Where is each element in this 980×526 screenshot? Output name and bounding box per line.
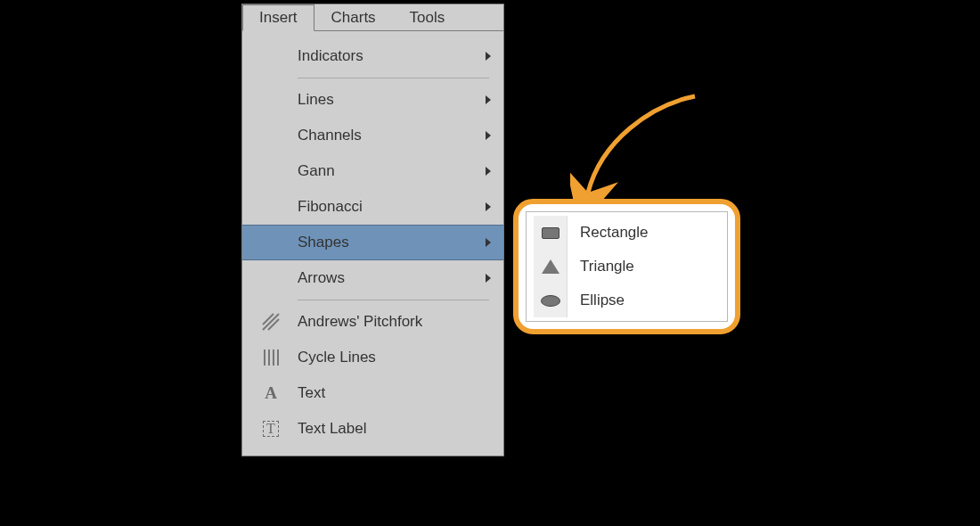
chevron-right-icon <box>486 202 491 211</box>
chevron-right-icon <box>486 274 491 283</box>
tab-label: Tools <box>410 9 445 26</box>
menu-item-arrows[interactable]: Arrows <box>242 260 503 296</box>
menu-item-label: Fibonacci <box>298 198 486 216</box>
chevron-right-icon <box>486 52 491 61</box>
menu-item-label: Arrows <box>298 269 486 287</box>
submenu-item-ellipse[interactable]: Ellipse <box>528 284 725 317</box>
menu-item-text-label[interactable]: T Text Label <box>242 411 503 447</box>
text-icon: A <box>257 383 285 403</box>
menu-item-andrews-pitchfork[interactable]: Andrews' Pitchfork <box>242 304 503 340</box>
submenu-item-label: Rectangle <box>568 224 649 242</box>
menu-item-label: Gann <box>298 162 486 180</box>
shapes-submenu: Rectangle Triangle Ellipse <box>526 211 728 322</box>
tab-label: Insert <box>259 9 298 26</box>
menu-item-cycle-lines[interactable]: Cycle Lines <box>242 340 503 375</box>
menu-item-label: Indicators <box>298 47 486 65</box>
menu-item-label: Cycle Lines <box>298 349 491 366</box>
text-label-icon: T <box>257 421 285 437</box>
menu-item-label: Channels <box>298 127 486 144</box>
menu-item-label: Text Label <box>298 420 491 438</box>
menu-item-text[interactable]: A Text <box>242 375 503 411</box>
chevron-right-icon <box>486 238 491 247</box>
submenu-item-rectangle[interactable]: Rectangle <box>528 216 725 250</box>
menu-item-shapes[interactable]: Shapes <box>242 225 503 260</box>
submenu-item-triangle[interactable]: Triangle <box>528 250 725 284</box>
menu-body: Indicators Lines Channels Gann Fibonacci <box>242 31 503 456</box>
chevron-right-icon <box>486 95 491 104</box>
menu-item-indicators[interactable]: Indicators <box>242 38 503 74</box>
cycle-lines-icon <box>257 348 285 367</box>
menu-item-label: Text <box>298 384 491 402</box>
rectangle-icon <box>534 216 568 250</box>
menu-item-label: Andrews' Pitchfork <box>298 313 491 331</box>
insert-menu-panel: Insert Charts Tools Indicators Lines Cha… <box>241 4 504 456</box>
menubar: Insert Charts Tools <box>242 4 503 31</box>
tab-tools[interactable]: Tools <box>393 4 462 30</box>
ellipse-icon <box>534 284 568 317</box>
chevron-right-icon <box>486 167 491 176</box>
menu-item-fibonacci[interactable]: Fibonacci <box>242 189 503 225</box>
svg-line-1 <box>263 314 274 325</box>
submenu-item-label: Triangle <box>568 258 634 275</box>
tab-label: Charts <box>331 9 376 26</box>
separator <box>298 78 489 78</box>
triangle-icon <box>534 250 568 284</box>
tab-charts[interactable]: Charts <box>314 4 393 30</box>
shapes-submenu-callout: Rectangle Triangle Ellipse <box>513 199 740 334</box>
menu-item-label: Lines <box>298 91 486 109</box>
separator <box>298 300 489 300</box>
pitchfork-icon <box>257 312 285 332</box>
menu-item-lines[interactable]: Lines <box>242 82 503 118</box>
svg-line-2 <box>268 319 279 330</box>
submenu-item-label: Ellipse <box>568 292 625 309</box>
menu-item-channels[interactable]: Channels <box>242 118 503 153</box>
menu-item-gann[interactable]: Gann <box>242 153 503 189</box>
chevron-right-icon <box>486 131 491 140</box>
menu-item-label: Shapes <box>298 234 486 251</box>
tab-insert[interactable]: Insert <box>242 4 314 31</box>
